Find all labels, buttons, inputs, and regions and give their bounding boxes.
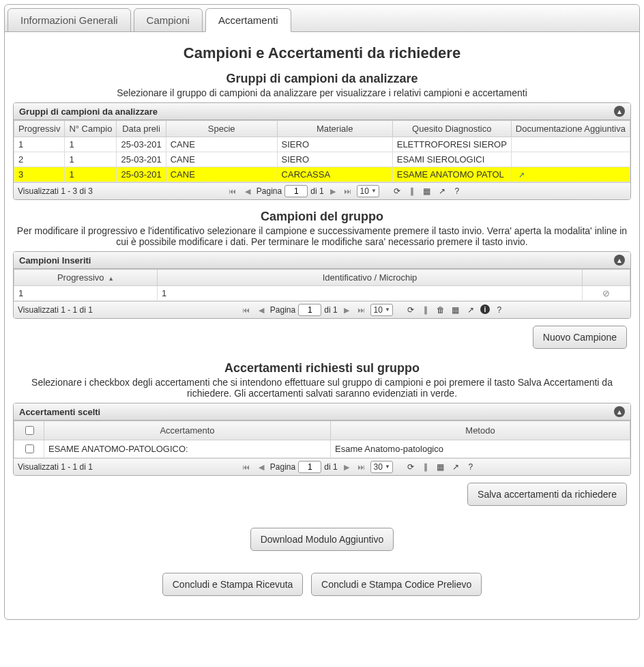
col-n-campioni[interactable]: N° Campio <box>65 121 117 137</box>
table-header-row: Accertamento Metodo <box>14 421 630 440</box>
columns-icon[interactable]: ∥ <box>407 186 418 197</box>
prev-page-icon[interactable]: ◀ <box>241 185 254 197</box>
page-title: Campioni e Accertamenti da richiedere <box>5 44 639 62</box>
section2-heading: Campioni del gruppo <box>5 210 639 224</box>
delete-icon[interactable]: 🗑 <box>435 304 446 315</box>
col-progressivo[interactable]: Progressiv <box>14 121 65 137</box>
help-icon[interactable]: ? <box>494 304 505 315</box>
first-page-icon[interactable]: ⏮ <box>226 185 239 197</box>
page-size-select[interactable]: 10 <box>370 304 393 316</box>
table-row[interactable]: ESAME ANATOMO-PATOLOGICO: Esame Anatomo-… <box>14 440 630 458</box>
collapse-icon[interactable]: ▲ <box>614 106 625 117</box>
grid-gruppi: Gruppi di campioni da analizzare ▲ Progr… <box>13 102 631 200</box>
refresh-icon[interactable]: ⟳ <box>405 304 416 315</box>
col-materiale[interactable]: Materiale <box>277 121 392 137</box>
next-page-icon[interactable]: ▶ <box>340 461 353 473</box>
tab-campioni[interactable]: Campioni <box>134 8 203 32</box>
col-checkbox-header <box>14 421 44 440</box>
sort-asc-icon: ▲ <box>108 275 114 282</box>
last-page-icon[interactable]: ⏭ <box>355 461 368 473</box>
cell-n-campioni: 1 <box>65 137 117 152</box>
col-accertamento[interactable]: Accertamento <box>44 421 331 440</box>
grid-tools: ⟳ ∥ ▦ ↗ ? <box>405 462 476 472</box>
export-icon[interactable]: ↗ <box>437 186 448 197</box>
first-page-icon[interactable]: ⏮ <box>240 461 252 473</box>
cell-progressivo: 1 <box>14 286 158 301</box>
col-metodo[interactable]: Metodo <box>331 421 630 440</box>
external-link-icon[interactable]: ↗ <box>518 171 525 179</box>
cell-specie: CANE <box>166 137 277 152</box>
grid-campioni-footer: Visualizzati 1 - 1 di 1 ⏮ ◀ Pagina di 1 … <box>14 301 630 318</box>
grid-icon[interactable]: ▦ <box>450 304 461 315</box>
page-size-select[interactable]: 10 <box>357 185 379 197</box>
grid-accertamenti-title: Accertamenti scelti <box>19 407 100 417</box>
cell-progressivo: 1 <box>14 137 65 152</box>
cell-progressivo: 2 <box>14 152 65 167</box>
block-icon[interactable]: ⊘ <box>602 288 610 298</box>
concludi-stampa-ricevuta-button[interactable]: Concludi e Stampa Ricevuta <box>162 573 304 596</box>
prev-page-icon[interactable]: ◀ <box>255 461 267 473</box>
cell-data: 25-03-201 <box>117 137 166 152</box>
columns-icon[interactable]: ∥ <box>420 462 431 472</box>
table-row[interactable]: 3125-03-201CANECARCASSAESAME ANATOMO PAT… <box>14 167 630 182</box>
page-input[interactable] <box>298 304 321 316</box>
next-page-icon[interactable]: ▶ <box>340 304 353 316</box>
col-specie[interactable]: Specie <box>166 121 277 137</box>
last-page-icon[interactable]: ⏭ <box>355 304 368 316</box>
help-icon[interactable]: ? <box>465 462 476 472</box>
cell-metodo: Esame Anatomo-patologico <box>331 440 630 458</box>
cell-quesito: ESAMI SIEROLOGICI <box>392 152 511 167</box>
tab-informazioni-generali[interactable]: Informazioni Generali <box>8 8 131 32</box>
grid-campioni-title: Campioni Inseriti <box>19 255 91 266</box>
columns-icon[interactable]: ∥ <box>420 304 431 315</box>
prev-page-icon[interactable]: ◀ <box>255 304 267 316</box>
section2-subtext: Per modificare il progressivo e l'identi… <box>14 225 630 247</box>
page-label-post: di 1 <box>310 186 323 196</box>
export-icon[interactable]: ↗ <box>450 462 461 472</box>
table-row[interactable]: 1 1 ⊘ <box>14 286 630 301</box>
next-page-icon[interactable]: ▶ <box>327 185 339 197</box>
grid-accertamenti-header: Accertamenti scelti ▲ <box>14 403 630 421</box>
cell-documentazione: ↗ <box>511 167 630 182</box>
grid-icon[interactable]: ▦ <box>435 462 446 472</box>
viewing-label: Visualizzati 1 - 3 di 3 <box>18 186 93 196</box>
cell-documentazione <box>511 152 630 167</box>
info-icon[interactable]: i <box>480 304 490 314</box>
grid-gruppi-title: Gruppi di campioni da analizzare <box>19 107 158 117</box>
collapse-icon[interactable]: ▲ <box>614 255 625 266</box>
collapse-icon[interactable]: ▲ <box>614 406 625 417</box>
table-header-row: Progressiv N° Campio Data preli Specie M… <box>14 121 630 137</box>
grid-icon[interactable]: ▦ <box>422 186 433 197</box>
col-data-prelievo[interactable]: Data preli <box>117 121 166 137</box>
col-progressivo[interactable]: Progressivo ▲ <box>14 270 158 286</box>
grid-campioni-header: Campioni Inseriti ▲ <box>14 252 630 269</box>
export-icon[interactable]: ↗ <box>465 304 476 315</box>
pager: ⏮ ◀ Pagina di 1 ▶ ⏭ 10 <box>226 185 379 197</box>
page-size-select[interactable]: 30 <box>370 461 393 473</box>
row-checkbox[interactable] <box>25 444 34 453</box>
col-documentazione[interactable]: Documentazione Aggiuntiva <box>511 121 630 137</box>
last-page-icon[interactable]: ⏭ <box>342 185 354 197</box>
help-icon[interactable]: ? <box>452 186 463 197</box>
table-row[interactable]: 2125-03-201CANESIEROESAMI SIEROLOGICI <box>14 152 630 167</box>
refresh-icon[interactable]: ⟳ <box>405 462 416 472</box>
concludi-stampa-codice-button[interactable]: Concludi e Stampa Codice Prelievo <box>311 573 482 596</box>
download-modulo-button[interactable]: Download Modulo Aggiuntivo <box>250 528 394 551</box>
select-all-checkbox[interactable] <box>25 426 34 435</box>
cell-identificativo: 1 <box>158 286 583 301</box>
salva-accertamenti-button[interactable]: Salva accertamenti da richiedere <box>467 483 627 506</box>
first-page-icon[interactable]: ⏮ <box>240 304 252 316</box>
cell-data: 25-03-201 <box>117 152 166 167</box>
table-row[interactable]: 1125-03-201CANESIEROELETTROFORESI SIEROP <box>14 137 630 152</box>
page-input[interactable] <box>284 185 308 197</box>
cell-quesito: ESAME ANATOMO PATOL <box>392 167 511 182</box>
pager: ⏮ ◀ Pagina di 1 ▶ ⏭ 10 <box>240 304 393 316</box>
col-quesito[interactable]: Quesito Diagnostico <box>392 121 511 137</box>
grid-campioni: Campioni Inseriti ▲ Progressivo ▲ Identi… <box>13 251 631 319</box>
tab-accertamenti[interactable]: Accertamenti <box>205 8 291 32</box>
refresh-icon[interactable]: ⟳ <box>392 186 402 197</box>
col-identificativo[interactable]: Identificativo / Microchip <box>158 270 583 286</box>
nuovo-campione-button[interactable]: Nuovo Campione <box>533 326 627 349</box>
page-input[interactable] <box>298 461 321 473</box>
col-actions <box>583 270 630 286</box>
